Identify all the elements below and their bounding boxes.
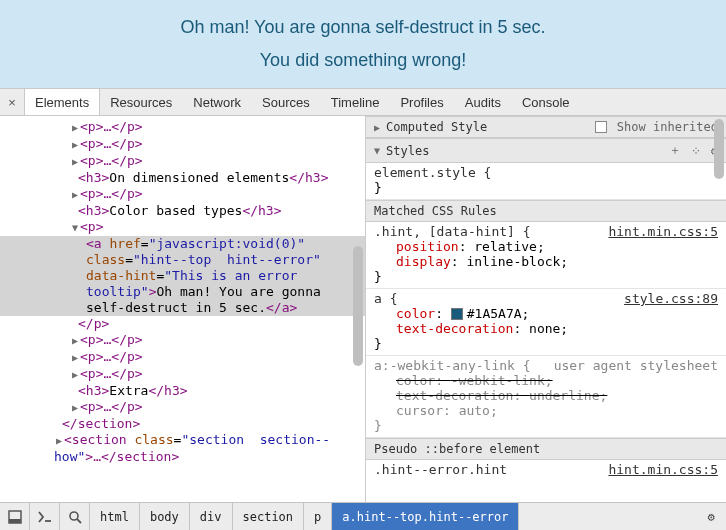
svg-rect-1: [9, 519, 21, 523]
dom-node[interactable]: </section>: [0, 416, 365, 432]
dom-node[interactable]: <h3>Color based types</h3>: [0, 203, 365, 219]
disclosure-down-icon[interactable]: ▼: [374, 145, 380, 156]
dom-node[interactable]: ▶<p>…</p>: [0, 332, 365, 349]
disclosure-right-icon[interactable]: ▶: [70, 187, 80, 203]
tab-network[interactable]: Network: [183, 89, 252, 115]
close-icon[interactable]: ×: [0, 89, 24, 115]
rule-hint[interactable]: hint.min.css:5 .hint, [data-hint] { posi…: [366, 222, 726, 289]
rule-element-style[interactable]: element.style { }: [366, 163, 726, 200]
bottom-toolbar: html body div section p a.hint--top.hint…: [0, 502, 726, 530]
matched-rules-header: Matched CSS Rules: [366, 200, 726, 222]
styles-panel: ▶ Computed Style Show inherited ▼ Styles…: [366, 116, 726, 502]
disclosure-down-icon[interactable]: ▼: [70, 220, 80, 236]
dom-node[interactable]: ▶<p>…</p>: [0, 349, 365, 366]
disclosure-right-icon[interactable]: ▶: [70, 333, 80, 349]
tab-audits[interactable]: Audits: [455, 89, 512, 115]
tab-elements[interactable]: Elements: [24, 89, 100, 115]
pseudo-before-header: Pseudo ::before element: [366, 438, 726, 460]
breadcrumb-a[interactable]: a.hint--top.hint--error: [332, 503, 519, 530]
show-inherited-label: Show inherited: [617, 120, 718, 134]
disclosure-right-icon[interactable]: ▶: [70, 137, 80, 153]
page-msg-1: Oh man! You are gonna self-destruct in 5…: [180, 17, 545, 38]
scrollbar[interactable]: [351, 116, 365, 502]
section-title: Computed Style: [386, 120, 589, 134]
source-link[interactable]: style.css:89: [624, 291, 718, 306]
css-property[interactable]: position: relative;: [374, 239, 718, 254]
breadcrumb-div[interactable]: div: [190, 503, 233, 530]
section-title: Pseudo ::before element: [374, 442, 718, 456]
css-property: cursor: auto;: [374, 403, 718, 418]
section-title: Matched CSS Rules: [374, 204, 718, 218]
dom-tree-panel[interactable]: ▶<p>…</p> ▶<p>…</p> ▶<p>…</p> <h3>On dim…: [0, 116, 366, 502]
dom-node[interactable]: </p>: [0, 316, 365, 332]
source-link[interactable]: hint.min.css:5: [608, 462, 718, 477]
breadcrumb-section[interactable]: section: [233, 503, 305, 530]
dom-node[interactable]: ▶<p>…</p>: [0, 399, 365, 416]
new-style-rule-icon[interactable]: ＋: [669, 142, 681, 159]
css-property-overridden: text-decoration: underline;: [374, 388, 718, 403]
css-property-overridden: color: -webkit-link;: [374, 373, 718, 388]
main-panels: ▶<p>…</p> ▶<p>…</p> ▶<p>…</p> <h3>On dim…: [0, 116, 726, 502]
breadcrumb-p[interactable]: p: [304, 503, 332, 530]
show-console-icon[interactable]: [30, 503, 60, 530]
settings-gear-icon[interactable]: ⚙: [696, 503, 726, 530]
disclosure-right-icon[interactable]: ▶: [374, 122, 380, 133]
source-label: user agent stylesheet: [554, 358, 718, 373]
svg-line-4: [77, 519, 81, 523]
disclosure-right-icon[interactable]: ▶: [70, 154, 80, 170]
dom-node[interactable]: ▶<p>…</p>: [0, 186, 365, 203]
dom-node[interactable]: ▼<p>: [0, 219, 365, 236]
color-swatch-icon[interactable]: [451, 308, 463, 320]
rule-anchor[interactable]: style.css:89 a { color: #1A5A7A; text-de…: [366, 289, 726, 356]
breadcrumb-body[interactable]: body: [140, 503, 190, 530]
svg-point-3: [70, 512, 78, 520]
dom-node[interactable]: <h3>Extra</h3>: [0, 383, 365, 399]
css-property[interactable]: color: #1A5A7A;: [374, 306, 718, 321]
source-link[interactable]: hint.min.css:5: [608, 224, 718, 239]
page-preview: Oh man! You are gonna self-destruct in 5…: [0, 0, 726, 88]
rule-pseudo[interactable]: hint.min.css:5 .hint--error.hint: [366, 460, 726, 481]
dom-node[interactable]: ▶<p>…</p>: [0, 136, 365, 153]
css-property[interactable]: display: inline-block;: [374, 254, 718, 269]
tab-resources[interactable]: Resources: [100, 89, 183, 115]
css-property[interactable]: text-decoration: none;: [374, 321, 718, 336]
rule-user-agent[interactable]: user agent stylesheet a:-webkit-any-link…: [366, 356, 726, 438]
dom-node[interactable]: ▶<section class="section section--how">……: [0, 432, 365, 465]
disclosure-right-icon[interactable]: ▶: [54, 433, 64, 449]
disclosure-right-icon[interactable]: ▶: [70, 350, 80, 366]
breadcrumb-html[interactable]: html: [90, 503, 140, 530]
tab-profiles[interactable]: Profiles: [390, 89, 454, 115]
dom-node[interactable]: ▶<p>…</p>: [0, 153, 365, 170]
disclosure-right-icon[interactable]: ▶: [70, 120, 80, 136]
page-msg-2: You did something wrong!: [260, 50, 466, 71]
scrollbar[interactable]: [712, 116, 726, 502]
tab-timeline[interactable]: Timeline: [321, 89, 391, 115]
dom-node-selected[interactable]: <a href="javascript:void(0)" class="hint…: [0, 236, 365, 316]
toggle-element-state-icon[interactable]: ⁘: [691, 144, 701, 158]
scroll-thumb[interactable]: [714, 119, 724, 179]
dom-node[interactable]: ▶<p>…</p>: [0, 119, 365, 136]
styles-header[interactable]: ▼ Styles ＋ ⁘ ⚙: [366, 138, 726, 163]
disclosure-right-icon[interactable]: ▶: [70, 367, 80, 383]
tab-console[interactable]: Console: [512, 89, 581, 115]
dom-node[interactable]: <h3>On dimensioned elements</h3>: [0, 170, 365, 186]
dom-node[interactable]: ▶<p>…</p>: [0, 366, 365, 383]
devtools-tabstrip: × Elements Resources Network Sources Tim…: [0, 88, 726, 116]
computed-style-header[interactable]: ▶ Computed Style Show inherited: [366, 116, 726, 138]
inspect-icon[interactable]: [60, 503, 90, 530]
tab-sources[interactable]: Sources: [252, 89, 321, 115]
scroll-thumb[interactable]: [353, 246, 363, 366]
section-title: Styles: [386, 144, 663, 158]
disclosure-right-icon[interactable]: ▶: [70, 400, 80, 416]
dock-icon[interactable]: [0, 503, 30, 530]
show-inherited-checkbox[interactable]: [595, 121, 607, 133]
